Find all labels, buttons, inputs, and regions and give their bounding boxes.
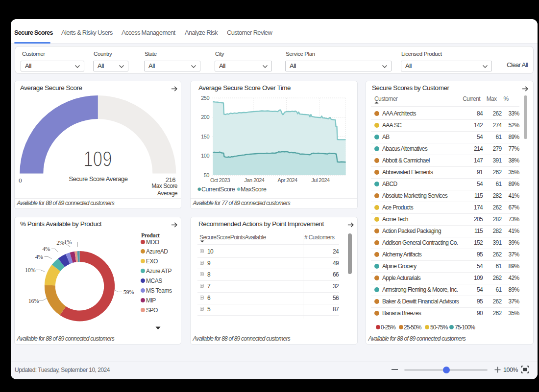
svg-text:200: 200 [201, 114, 209, 120]
svg-text:4%: 4% [42, 246, 50, 253]
svg-text:59%: 59% [123, 289, 134, 296]
svg-text:Jan 2024: Jan 2024 [245, 177, 265, 183]
svg-text:Apr 2024: Apr 2024 [277, 177, 297, 183]
svg-text:16%: 16% [28, 298, 39, 304]
svg-text:10%: 10% [25, 267, 36, 274]
svg-text:Jul 2024: Jul 2024 [311, 177, 330, 183]
svg-text:1%: 1% [64, 239, 72, 246]
svg-text:2%: 2% [56, 239, 64, 246]
svg-text:4%: 4% [35, 254, 43, 260]
svg-text:50: 50 [204, 172, 210, 178]
svg-text:250: 250 [201, 95, 209, 101]
svg-text:100: 100 [201, 153, 209, 159]
svg-text:Oct 2023: Oct 2023 [210, 177, 230, 183]
svg-text:150: 150 [201, 134, 209, 139]
